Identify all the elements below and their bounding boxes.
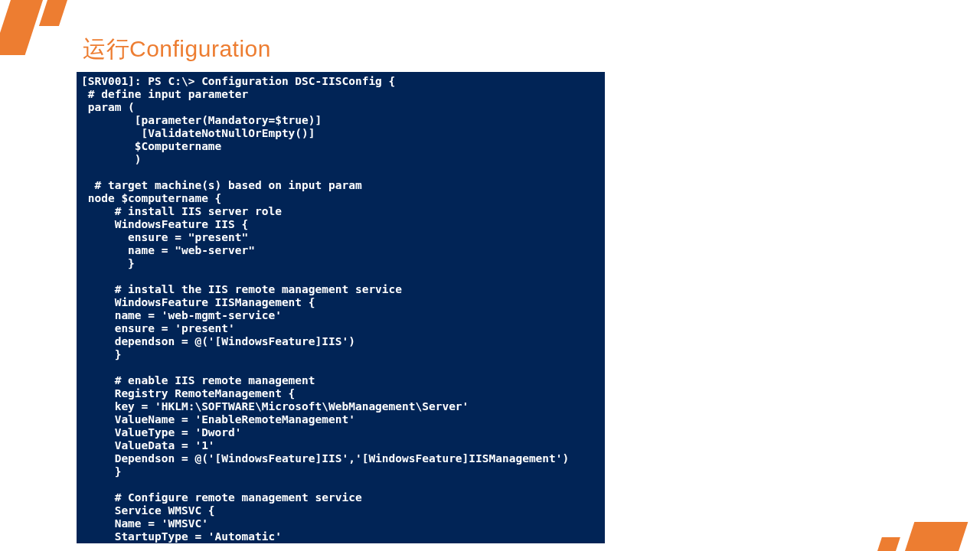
decoration-top-left-small [39,0,67,26]
powershell-console: [SRV001]: PS C:\> Configuration DSC-IISC… [77,72,605,543]
decoration-bottom-right-small [877,537,900,551]
decoration-bottom-right-large [905,522,968,551]
decoration-top-left-large [0,0,43,55]
slide-title: 运行Configuration [83,34,271,65]
